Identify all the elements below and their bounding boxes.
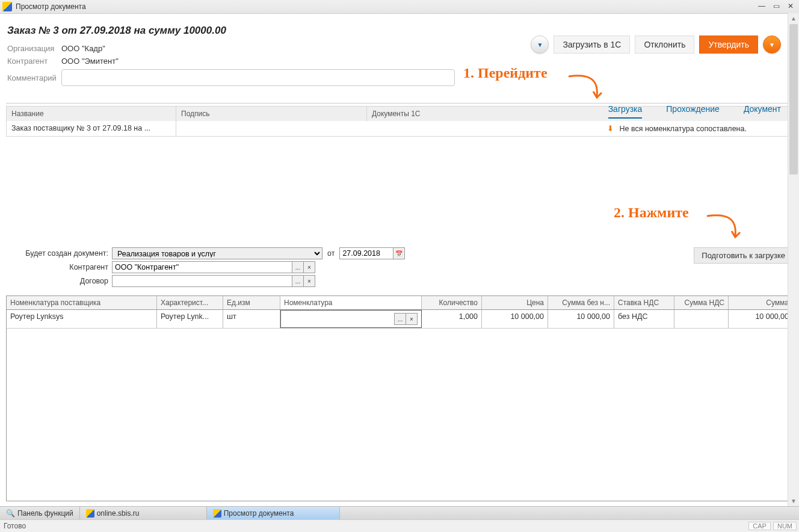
g2-r-vats xyxy=(674,310,729,328)
chevron-down-icon: ▼ xyxy=(769,42,775,48)
task-viewer-label: Просмотр документа xyxy=(224,509,294,518)
status-cap: CAP xyxy=(748,522,771,530)
form-section: Подготовить к загрузке Будет создан доку… xyxy=(6,247,793,501)
form-contract-label: Договор xyxy=(6,277,112,285)
scroll-thumb[interactable] xyxy=(789,24,798,175)
scroll-up-icon[interactable]: ▲ xyxy=(788,13,799,24)
sbis-icon xyxy=(86,509,94,518)
org-value: ООО "Кадр" xyxy=(61,44,105,53)
status-num: NUM xyxy=(773,522,797,530)
maximize-button[interactable]: ▭ xyxy=(770,2,782,11)
form-contragent-label: Контрагент xyxy=(6,263,112,271)
top-actions: ▼ Загрузить в 1С Отклонить Утвердить ▼ xyxy=(531,36,781,54)
date-input[interactable] xyxy=(339,247,393,259)
g2-r-supp: Роутер Lynksys xyxy=(7,310,157,328)
app-icon xyxy=(2,2,12,11)
g2-r-unit: шт xyxy=(223,310,280,328)
nomenclature-lookup-icon[interactable]: ... xyxy=(394,313,406,325)
comment-input[interactable] xyxy=(61,69,455,86)
task-viewer[interactable]: Просмотр документа xyxy=(207,507,340,520)
magnifier-icon: 🔍 xyxy=(6,509,15,518)
grid1-row-name: Заказ поставщику № 3 от 27.09.18 на ... xyxy=(7,121,176,136)
history-dropdown-button[interactable]: ▼ xyxy=(531,36,549,54)
g2-h-char: Характерист... xyxy=(157,296,223,309)
g2-h-sumwo: Сумма без н... xyxy=(548,296,614,309)
contract-lookup-icon[interactable]: ... xyxy=(292,275,304,287)
g2-r-sum: 10 000,00 xyxy=(729,310,792,328)
contragent-clear-icon[interactable]: × xyxy=(303,261,315,273)
tab-document[interactable]: Документ xyxy=(744,104,781,119)
scroll-down-icon[interactable]: ▼ xyxy=(788,496,799,507)
g2-h-nom: Номенклатура xyxy=(280,296,422,309)
g2-h-unit: Ед.изм xyxy=(223,296,280,309)
g2-r-char: Роутер Lynk... xyxy=(157,310,223,328)
task-sbis-label: online.sbis.ru xyxy=(97,509,140,518)
contragent-label: Контрагент xyxy=(7,57,61,66)
g2-r-vat: без НДС xyxy=(614,310,674,328)
grid1-warning-text: Не вся номенклатура сопоставлена. xyxy=(619,125,746,133)
annotation-step2-text: 2. Нажмите xyxy=(614,205,689,220)
g2-h-price: Цена xyxy=(482,296,548,309)
g2-r-qty: 1,000 xyxy=(422,310,482,328)
status-bar: Готово CAP NUM xyxy=(0,519,799,532)
prepare-load-button[interactable]: Подготовить к загрузке xyxy=(694,247,793,264)
form-contragent-input[interactable] xyxy=(112,261,292,273)
grid1-row[interactable]: Заказ поставщику № 3 от 27.09.18 на ... … xyxy=(7,121,792,136)
task-panel[interactable]: 🔍 Панель функций xyxy=(0,507,80,520)
reject-button[interactable]: Отклонить xyxy=(635,36,694,54)
g2-r-price: 10 000,00 xyxy=(482,310,548,328)
g2-h-sum: Сумма xyxy=(729,296,792,309)
nomenclature-row[interactable]: Роутер Lynksys Роутер Lynk... шт ... × 1… xyxy=(7,310,792,329)
nomenclature-clear-icon[interactable]: × xyxy=(406,313,418,325)
org-label: Организация xyxy=(7,44,61,53)
nomenclature-grid: Номенклатура поставщика Характерист... Е… xyxy=(6,295,793,501)
grid1-header-sign: Подпись xyxy=(176,107,367,121)
nomenclature-input[interactable] xyxy=(285,314,395,324)
chevron-down-icon: ▼ xyxy=(537,42,543,48)
annotation-step2: 2. Нажмите xyxy=(614,205,689,221)
comment-label: Комментарий xyxy=(7,73,61,82)
create-doc-select[interactable]: Реализация товаров и услуг xyxy=(112,247,322,259)
load-1c-button[interactable]: Загрузить в 1С xyxy=(554,36,630,54)
document-title: Заказ № 3 от 27.09.2018 на сумму 10000.0… xyxy=(7,25,793,37)
scrollbar[interactable]: ▲ ▼ xyxy=(788,13,799,507)
annotation-step1: 1. Перейдите xyxy=(463,65,548,81)
task-sbis[interactable]: online.sbis.ru xyxy=(80,507,207,520)
approve-dropdown-button[interactable]: ▼ xyxy=(763,36,781,54)
grid1-header-name: Название xyxy=(7,107,176,121)
create-doc-label: Будет создан документ: xyxy=(6,249,112,258)
g2-r-sumwo: 10 000,00 xyxy=(548,310,614,328)
close-button[interactable]: ✕ xyxy=(785,2,797,11)
warning-icon: ⬇ xyxy=(607,125,614,133)
status-text: Готово xyxy=(0,522,748,530)
content-area: Заказ № 3 от 27.09.2018 на сумму 10000.0… xyxy=(0,14,799,137)
annotation-step1-text: 1. Перейдите xyxy=(463,65,548,81)
titlebar: Просмотр документа — ▭ ✕ xyxy=(0,0,799,14)
window-title: Просмотр документа xyxy=(16,2,756,11)
task-panel-label: Панель функций xyxy=(17,509,73,518)
tab-flow[interactable]: Прохождение xyxy=(666,104,720,119)
taskbar: 🔍 Панель функций online.sbis.ru Просмотр… xyxy=(0,506,799,520)
sbis-icon xyxy=(213,509,221,518)
approve-button[interactable]: Утвердить xyxy=(699,36,758,54)
g2-h-vats: Сумма НДС xyxy=(674,296,729,309)
minimize-button[interactable]: — xyxy=(756,2,768,11)
g2-h-qty: Количество xyxy=(422,296,482,309)
form-contract-input[interactable] xyxy=(112,275,292,287)
g2-h-supplier: Номенклатура поставщика xyxy=(7,296,157,309)
contract-clear-icon[interactable]: × xyxy=(303,275,315,287)
tabs: Загрузка Прохождение Документ xyxy=(608,104,781,119)
calendar-icon[interactable]: 📅 xyxy=(393,247,405,259)
from-label: от xyxy=(327,249,335,258)
g2-h-vat: Ставка НДС xyxy=(614,296,674,309)
contragent-lookup-icon[interactable]: ... xyxy=(292,261,304,273)
contragent-value: ООО "Эмитент" xyxy=(61,57,119,66)
tab-load[interactable]: Загрузка xyxy=(608,104,643,119)
